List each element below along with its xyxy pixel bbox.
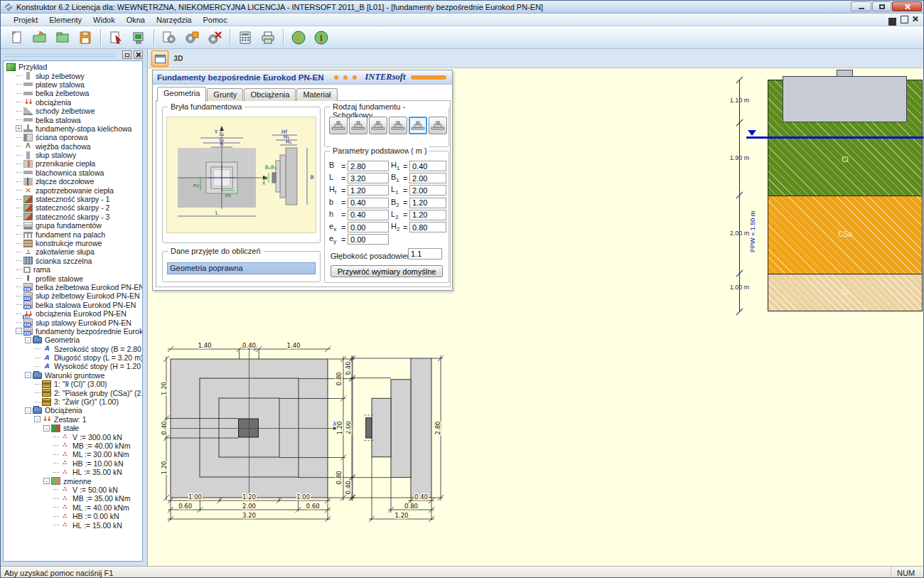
- param-input-B[interactable]: [348, 161, 389, 171]
- tree-item[interactable]: MB := 35.00 kNm: [4, 494, 142, 503]
- open-project-icon[interactable]: [29, 28, 50, 48]
- open-folder-icon[interactable]: [52, 28, 73, 48]
- tree-item[interactable]: 1: "Ił (Cl)" (3.00): [4, 380, 142, 388]
- tree-item[interactable]: obciążenia Eurokod PN-EN: [4, 309, 142, 318]
- tree-item[interactable]: stateczność skarpy - 3: [4, 213, 142, 221]
- minimize-button[interactable]: [851, 1, 871, 11]
- tree-item[interactable]: ścianka szczelna: [4, 257, 142, 265]
- tree-item[interactable]: -Warunki gruntowe: [4, 371, 142, 380]
- tree-item[interactable]: HL := 15.00 kN: [4, 520, 142, 529]
- foundation-type-prostok-tny[interactable]: [329, 117, 348, 134]
- tree-item[interactable]: belka żelbetowa: [4, 89, 142, 97]
- print-icon[interactable]: [257, 28, 279, 48]
- tree-item[interactable]: -Obciążenia: [4, 406, 142, 414]
- expand-toggle[interactable]: -: [43, 478, 50, 484]
- expand-toggle[interactable]: -: [25, 372, 31, 378]
- tree-item[interactable]: -stałe: [4, 424, 142, 432]
- menu-narz-dzia[interactable]: Narzędzia: [151, 15, 198, 25]
- about-icon[interactable]: I: [311, 28, 332, 48]
- panel-close-button[interactable]: [134, 50, 143, 59]
- delete-calculation-icon[interactable]: [204, 28, 225, 48]
- geometry-status-field[interactable]: Geometria poprawna: [167, 262, 316, 274]
- tree-item[interactable]: więźba dachowa: [4, 142, 142, 151]
- new-project-icon[interactable]: [6, 28, 28, 48]
- tree-item[interactable]: -fundamenty bezpośrednie Eurokod PN-EN: [4, 327, 142, 336]
- foundation-type-dwustopniowy[interactable]: [389, 117, 407, 134]
- save-calculation-icon[interactable]: [181, 28, 203, 48]
- tree-item[interactable]: -Geometria: [4, 336, 142, 344]
- param-input-h[interactable]: [348, 210, 389, 220]
- tree-item[interactable]: 2: "Piasek gruby (CSa)" (2.00): [4, 388, 142, 397]
- tree-item[interactable]: HB := 10.00 kN: [4, 459, 142, 468]
- param-input-ey[interactable]: [348, 234, 389, 245]
- tree-item[interactable]: rama: [4, 265, 142, 274]
- tree-item[interactable]: zakotwienie słupa: [4, 247, 142, 256]
- foundation-type-ostros-upowy[interactable]: [369, 117, 387, 134]
- tree-item[interactable]: belka żelbetowa Eurokod PN-EN: [4, 283, 142, 291]
- mdi-restore-button[interactable]: [901, 16, 908, 23]
- param-input-L1[interactable]: [409, 185, 446, 196]
- tree-item[interactable]: V := 300.00 kN: [4, 432, 142, 441]
- panel-restore-button[interactable]: [122, 50, 131, 59]
- tree-item[interactable]: słup żelbetowy Eurokod PN-EN: [4, 291, 142, 300]
- close-element-icon[interactable]: [128, 28, 149, 48]
- tree-item[interactable]: Przykład: [4, 63, 142, 71]
- tree-item[interactable]: słup stalowy Eurokod PN-EN: [4, 318, 142, 326]
- tree-item[interactable]: słup żelbetowy: [4, 71, 142, 80]
- tab-geometria[interactable]: Geometria: [157, 87, 206, 102]
- tree-item[interactable]: stateczność skarpy - 2: [4, 203, 142, 212]
- tree-item[interactable]: -zmienne: [4, 476, 142, 485]
- tree-item[interactable]: słup stalowy: [4, 151, 142, 159]
- param-input-B2[interactable]: [409, 198, 446, 208]
- form-view-button[interactable]: [151, 50, 168, 67]
- menu-okna[interactable]: Okna: [121, 15, 151, 25]
- tree-item[interactable]: HL := 35.00 kN: [4, 468, 142, 476]
- tree-item[interactable]: płatew stalowa: [4, 80, 142, 89]
- tree-item[interactable]: stateczność skarpy - 1: [4, 195, 142, 203]
- view-3d-button[interactable]: 3D: [170, 50, 187, 67]
- tree-item[interactable]: -Zestaw: 1: [4, 415, 142, 424]
- tree-item[interactable]: ML := 30.00 kNm: [4, 450, 142, 459]
- param-input-H2[interactable]: [409, 222, 446, 232]
- tree-item[interactable]: Długość stopy (L = 3.20 m): [4, 353, 142, 362]
- tree-item[interactable]: Szerokość stopy (B = 2.80 m): [4, 345, 142, 353]
- tree-item[interactable]: przenikanie ciepła: [4, 159, 142, 168]
- expand-toggle[interactable]: +: [16, 125, 22, 132]
- new-calculation-icon[interactable]: [159, 28, 180, 48]
- expand-toggle[interactable]: -: [43, 425, 50, 432]
- tree-item[interactable]: ML := 40.00 kNm: [4, 503, 142, 512]
- expand-toggle[interactable]: -: [25, 337, 31, 343]
- tree-item[interactable]: V := 50.00 kN: [4, 486, 142, 494]
- calculator-icon[interactable]: [235, 28, 256, 48]
- tree-item[interactable]: złącze doczołowe: [4, 177, 142, 186]
- param-input-Hf[interactable]: [348, 185, 389, 196]
- param-input-b[interactable]: [348, 198, 389, 208]
- tree-item[interactable]: Wysokość stopy (H = 1.20 m): [4, 362, 142, 370]
- menu-widok[interactable]: Widok: [87, 15, 121, 25]
- select-element-icon[interactable]: [105, 28, 127, 48]
- tree-item[interactable]: 3: "Żwir (Gr)" (1.00): [4, 397, 142, 406]
- param-input-ex[interactable]: [348, 222, 389, 232]
- menu-elementy[interactable]: Elementy: [43, 15, 87, 25]
- foundation-type-kielichowy[interactable]: [429, 117, 447, 134]
- tree-item[interactable]: zapotrzebowanie ciepła: [4, 186, 142, 194]
- foundation-type-schodkowy[interactable]: [409, 117, 427, 134]
- panel-header[interactable]: [1, 49, 147, 60]
- tree-item[interactable]: MB := 40.00 kNm: [4, 441, 142, 450]
- param-input-L2[interactable]: [409, 210, 446, 220]
- tree-item[interactable]: schody żelbetowe: [4, 107, 142, 115]
- tree-item[interactable]: blachownica stalowa: [4, 168, 142, 177]
- restore-defaults-button[interactable]: Przywróć wymiary domyślne: [331, 265, 443, 277]
- depth-input[interactable]: [408, 248, 442, 259]
- close-button[interactable]: [892, 1, 922, 11]
- param-input-B1[interactable]: [409, 173, 446, 183]
- param-input-H1[interactable]: [409, 161, 446, 171]
- menu-pomoc[interactable]: Pomoc: [198, 15, 233, 25]
- maximize-button[interactable]: [872, 1, 891, 11]
- save-icon[interactable]: [75, 28, 96, 48]
- help-icon[interactable]: ?: [288, 28, 309, 48]
- tree-item[interactable]: ściana oporowa: [4, 133, 142, 141]
- tree-item[interactable]: HB := 0.00 kN: [4, 512, 142, 520]
- mdi-close-button[interactable]: [913, 16, 920, 23]
- tree-item[interactable]: profile stalowe: [4, 274, 142, 282]
